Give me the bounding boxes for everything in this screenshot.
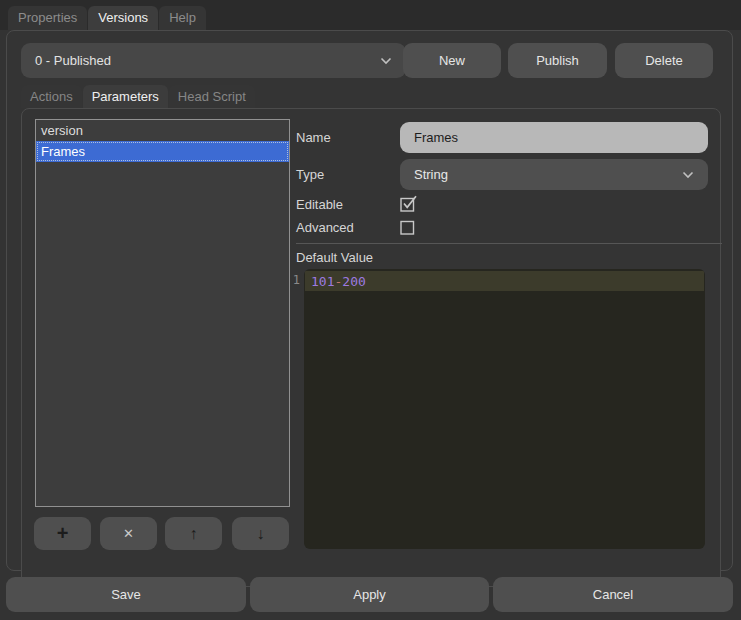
add-parameter-button[interactable]: +	[34, 517, 91, 550]
plus-icon: +	[57, 522, 69, 545]
type-select-value: String	[414, 167, 448, 182]
editor-token-number: 200	[342, 274, 365, 289]
subtab-parameters[interactable]: Parameters	[83, 85, 168, 108]
advanced-checkbox-unchecked-icon[interactable]	[400, 218, 418, 235]
save-button[interactable]: Save	[6, 577, 246, 612]
top-tab-bar: Properties Versions Help	[0, 0, 741, 30]
editor-line-number: 1	[290, 273, 300, 287]
parameter-list[interactable]: version Frames	[35, 119, 290, 507]
name-label: Name	[296, 130, 331, 145]
list-item-frames[interactable]: Frames	[36, 141, 289, 162]
name-input[interactable]: Frames	[400, 122, 708, 153]
subtab-actions[interactable]: Actions	[21, 85, 82, 108]
chevron-down-icon	[682, 171, 694, 179]
apply-button[interactable]: Apply	[250, 577, 489, 612]
arrow-up-icon: ↑	[190, 525, 198, 543]
default-value-editor[interactable]: 101-200	[304, 269, 705, 549]
editor-token-number: 101	[311, 274, 334, 289]
parameters-panel: version Frames + ✕ ↑ ↓ Name Frames Type	[21, 108, 721, 587]
new-button[interactable]: New	[403, 43, 501, 78]
subtab-head-script[interactable]: Head Script	[169, 85, 255, 108]
version-select-value: 0 - Published	[35, 53, 111, 68]
arrow-down-icon: ↓	[257, 525, 265, 543]
remove-parameter-button[interactable]: ✕	[100, 517, 157, 550]
editable-label: Editable	[296, 197, 343, 212]
list-item-version[interactable]: version	[36, 120, 289, 141]
advanced-label: Advanced	[296, 220, 354, 235]
chevron-down-icon	[380, 57, 392, 65]
versions-panel: 0 - Published New Publish Delete Actions…	[6, 30, 733, 571]
versions-editor-window: Properties Versions Help 0 - Published N…	[0, 0, 741, 620]
publish-button[interactable]: Publish	[508, 43, 607, 78]
move-down-button[interactable]: ↓	[232, 517, 289, 550]
delete-button[interactable]: Delete	[615, 43, 713, 78]
name-input-value: Frames	[414, 130, 458, 145]
x-icon: ✕	[123, 526, 134, 541]
tab-properties[interactable]: Properties	[8, 6, 87, 30]
cancel-button[interactable]: Cancel	[493, 577, 733, 612]
form-divider	[296, 243, 722, 244]
default-value-label: Default Value	[296, 250, 373, 265]
editor-token-dash: -	[334, 274, 342, 289]
type-select[interactable]: String	[400, 159, 708, 190]
sub-tab-bar: Actions Parameters Head Script	[21, 85, 256, 108]
tab-versions[interactable]: Versions	[88, 6, 158, 30]
move-up-button[interactable]: ↑	[165, 517, 222, 550]
type-label: Type	[296, 167, 324, 182]
editor-current-line[interactable]: 101-200	[305, 271, 704, 291]
version-select[interactable]: 0 - Published	[21, 43, 406, 78]
tab-help[interactable]: Help	[159, 6, 206, 30]
editable-checkbox-checked-icon[interactable]	[400, 195, 418, 212]
